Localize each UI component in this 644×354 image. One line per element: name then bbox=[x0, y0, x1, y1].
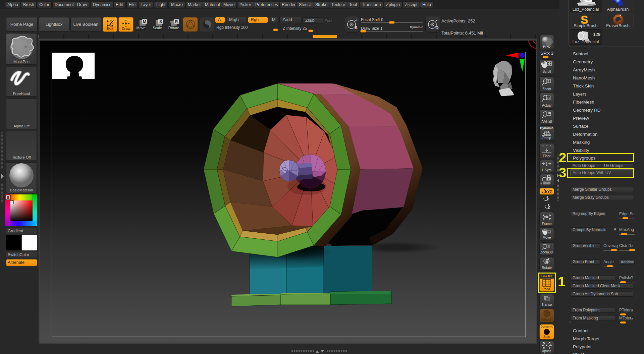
svg-text:XYZ: XYZ bbox=[545, 190, 552, 194]
svg-text:Y: Y bbox=[547, 198, 549, 202]
svg-text:S: S bbox=[355, 25, 358, 30]
svg-text:Z: Z bbox=[548, 206, 550, 210]
svg-text:x1: x1 bbox=[547, 96, 550, 100]
svg-text:D: D bbox=[435, 25, 438, 30]
